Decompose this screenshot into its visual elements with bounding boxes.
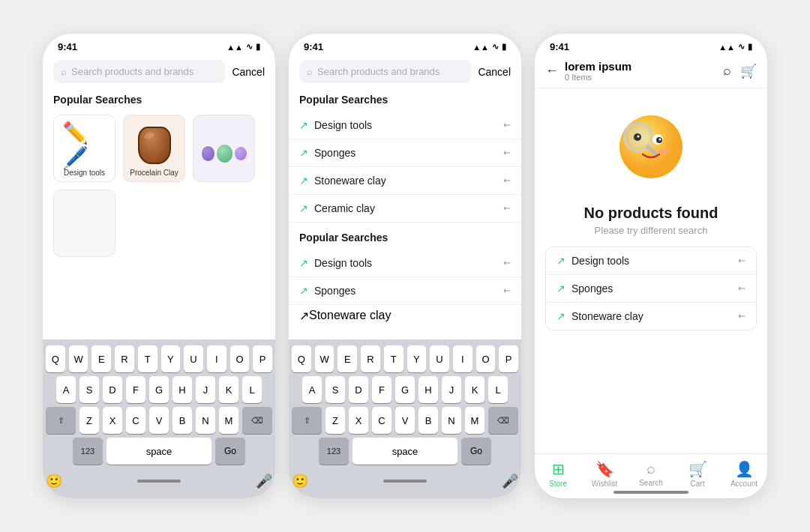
emoji-icon-1[interactable]: 🙂 [46,473,62,489]
key-o[interactable]: O [230,345,250,372]
account-nav-icon: 👤 [735,460,754,478]
key-u2[interactable]: U [430,345,449,372]
list-item-s2b-2[interactable]: ↗ Sponges ↙ [289,277,521,305]
key-z[interactable]: Z [80,407,99,434]
key-x2[interactable]: X [349,407,368,434]
list-item-s2-3[interactable]: ↗ Stoneware clay ↙ [289,167,521,195]
key-n2[interactable]: N [442,407,461,434]
key-space2[interactable]: space [352,438,458,465]
popular-grid-1: ✏️🖊️ Design tools Procelain Clay [43,112,275,263]
key-d[interactable]: D [103,376,122,403]
key-c2[interactable]: C [372,407,392,434]
key-x[interactable]: X [103,407,122,434]
key-e[interactable]: E [92,345,111,372]
key-h[interactable]: H [172,376,192,403]
key-l2[interactable]: L [488,376,508,403]
emoji-icon-2[interactable]: 🙂 [292,473,308,489]
key-a2[interactable]: A [302,376,322,403]
nav-wishlist[interactable]: 🔖 Wishlist [581,460,628,488]
key-i[interactable]: I [207,345,226,372]
suggestion-item-2[interactable]: ↗ Sponges ↙ [546,275,756,303]
popular-card-clay[interactable]: Procelain Clay [123,115,185,182]
key-f2[interactable]: F [372,376,392,403]
key-row-2b: A S D F G H J K L [292,376,518,403]
key-delete[interactable]: ⌫ [242,407,272,434]
nav-cart[interactable]: 🛒 Cart [674,460,721,488]
key-g[interactable]: G [149,376,169,403]
screen2-phone: 9:41 ▲▲ ∿ ▮ ⌕ Search products and brands… [289,34,521,498]
key-s2[interactable]: S [326,376,345,403]
key-space[interactable]: space [106,438,212,465]
key-k2[interactable]: K [465,376,484,403]
key-p2[interactable]: P [499,345,518,372]
key-r[interactable]: R [115,345,134,372]
key-delete2[interactable]: ⌫ [488,407,518,434]
key-l[interactable]: L [242,376,262,403]
key-d2[interactable]: D [349,376,368,403]
key-t2[interactable]: T [384,345,404,372]
nav-store[interactable]: ⊞ Store [535,460,581,488]
key-k[interactable]: K [219,376,238,403]
key-go2[interactable]: Go [461,438,491,465]
key-j[interactable]: J [196,376,215,403]
key-e2[interactable]: E [338,345,357,372]
search-input-1[interactable]: ⌕ Search products and brands [53,60,226,83]
nav-account[interactable]: 👤 Account [721,460,767,488]
key-f[interactable]: F [126,376,146,403]
key-y2[interactable]: Y [407,345,427,372]
key-z2[interactable]: Z [326,407,345,434]
popular-card-balls[interactable] [193,115,255,182]
mic-icon-1[interactable]: 🎤 [256,473,272,489]
key-j2[interactable]: J [442,376,461,403]
clay-img [132,124,177,167]
back-button-3[interactable]: ← [545,63,559,79]
partial-item-s2[interactable]: ↗ Stoneware clay [289,305,521,326]
key-123[interactable]: 123 [73,438,103,465]
key-w[interactable]: W [69,345,88,372]
cart-icon-3[interactable]: 🛒 [740,63,757,79]
items-count-3: 0 Items [565,73,723,82]
key-t[interactable]: T [138,345,158,372]
key-shift2[interactable]: ⇧ [292,407,322,434]
key-w2[interactable]: W [315,345,334,372]
key-o2[interactable]: O [476,345,496,372]
key-h2[interactable]: H [418,376,438,403]
list-item-s2-2[interactable]: ↗ Sponges ↙ [289,139,521,167]
list-item-s2-4[interactable]: ↗ Ceramic clay ↙ [289,195,521,223]
search-input-2[interactable]: ⌕ Search products and brands [299,60,472,83]
list-item-s2b-1[interactable]: ↗ Design tools ↙ [289,250,521,277]
key-b[interactable]: B [172,407,192,434]
search-icon-3[interactable]: ⌕ [723,63,731,79]
key-q[interactable]: Q [46,345,65,372]
key-u[interactable]: U [184,345,203,372]
key-shift[interactable]: ⇧ [46,407,76,434]
cancel-btn-2[interactable]: Cancel [478,66,511,78]
key-go[interactable]: Go [215,438,245,465]
list-item-s2-1[interactable]: ↗ Design tools ↙ [289,112,521,139]
key-123-2[interactable]: 123 [319,438,349,465]
key-m2[interactable]: M [465,407,484,434]
wifi-icon-3: ∿ [738,42,745,52]
key-a[interactable]: A [56,376,76,403]
suggestion-item-3[interactable]: ↗ Stoneware clay ↙ [546,303,756,330]
cancel-btn-1[interactable]: Cancel [232,66,265,78]
balls-img [202,132,247,175]
key-s[interactable]: S [80,376,99,403]
key-y[interactable]: Y [161,345,181,372]
key-i2[interactable]: I [453,345,472,372]
key-r2[interactable]: R [361,345,380,372]
key-v2[interactable]: V [395,407,415,434]
popular-card-design[interactable]: ✏️🖊️ Design tools [53,115,116,182]
key-c[interactable]: C [126,407,146,434]
key-g2[interactable]: G [395,376,415,403]
key-v[interactable]: V [149,407,169,434]
nav-search[interactable]: ⌕ Search [628,460,674,488]
key-n[interactable]: N [196,407,215,434]
mic-icon-2[interactable]: 🎤 [502,473,518,489]
account-nav-label: Account [730,480,758,488]
key-p[interactable]: P [253,345,272,372]
key-b2[interactable]: B [418,407,438,434]
suggestion-item-1[interactable]: ↗ Design tools ↙ [546,247,756,275]
key-m[interactable]: M [219,407,238,434]
key-q2[interactable]: Q [292,345,311,372]
